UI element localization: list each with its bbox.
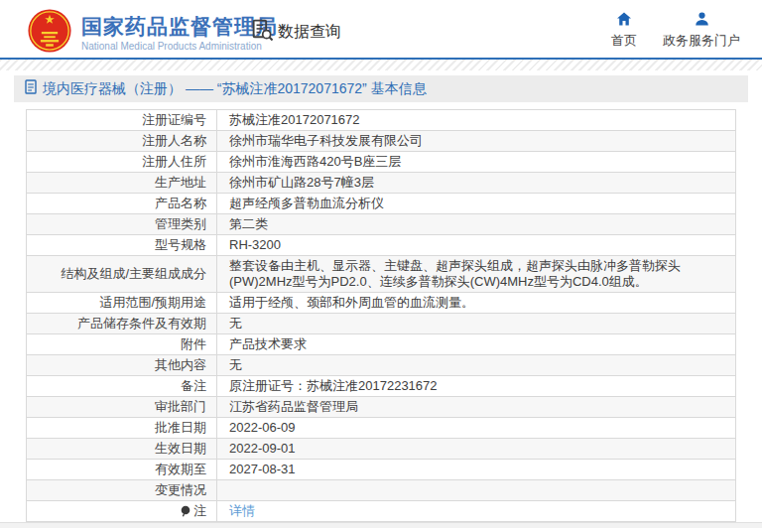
national-emblem-icon (27, 8, 72, 58)
table-row: 变更情况 (27, 480, 735, 501)
row-value: 超声经颅多普勒血流分析仪 (217, 194, 735, 213)
hatch-strip (0, 60, 762, 70)
row-value: 2022-09-01 (217, 439, 735, 459)
brand-text: 国家药品监督管理局 National Medical Products Admi… (81, 15, 278, 52)
row-value: 2022-06-09 (217, 418, 735, 438)
table-row: 型号规格RH-3200 (27, 235, 735, 256)
table-row: 适用范围/预期用途适用于经颅、颈部和外周血管的血流测量。 (27, 293, 735, 314)
table-row-note: 注 详情 (27, 501, 735, 521)
row-value: 产品技术要求 (217, 334, 735, 354)
row-value: 第二类 (217, 214, 735, 234)
row-label: 生产地址 (27, 173, 217, 193)
details-link[interactable]: 详情 (229, 503, 255, 519)
data-query-section[interactable]: 数据查询 (251, 19, 341, 46)
nav-home-label: 首页 (611, 32, 637, 50)
page-icon (25, 79, 37, 98)
row-label: 备注 (27, 376, 217, 396)
org-name-en: National Medical Products Administration (81, 41, 278, 52)
row-label: 有效期至 (27, 460, 217, 479)
document-search-icon (251, 19, 274, 46)
row-value: 无 (217, 314, 735, 333)
header: 国家药品监督管理局 National Medical Products Admi… (0, 0, 762, 58)
table-row: 生产地址徐州市矿山路28号7幢3层 (27, 173, 735, 194)
table-row: 注册人住所徐州市淮海西路420号B座三层 (27, 152, 735, 173)
user-icon (695, 12, 709, 29)
row-label: 审批部门 (27, 397, 217, 417)
nav-home[interactable]: 首页 (611, 12, 637, 50)
nmpa-brand: 国家药品监督管理局 National Medical Products Admi… (27, 8, 278, 58)
row-label: 产品储存条件及有效期 (27, 314, 217, 333)
row-label: 生效日期 (27, 439, 217, 459)
table-row: 产品名称超声经颅多普勒血流分析仪 (27, 194, 735, 214)
table-row: 附件产品技术要求 (27, 334, 735, 355)
row-label: 注册人名称 (27, 131, 217, 151)
row-label: 产品名称 (27, 194, 217, 213)
table-row: 审批部门江苏省药品监督管理局 (27, 397, 735, 418)
table-row: 生效日期2022-09-01 (27, 439, 735, 460)
row-label: 管理类别 (27, 214, 217, 234)
row-label: 批准日期 (27, 418, 217, 438)
row-value: 无 (217, 355, 735, 375)
row-label: 附件 (27, 334, 217, 354)
table-row: 其他内容无 (27, 355, 735, 376)
table-row: 产品储存条件及有效期无 (27, 314, 735, 334)
row-value: 详情 (217, 501, 735, 521)
row-label: 注册证编号 (27, 110, 217, 130)
data-query-label: 数据查询 (278, 22, 341, 43)
row-value: 江苏省药品监督管理局 (217, 397, 735, 417)
top-navigation: 首页 政务服务门户 (611, 12, 740, 50)
table-row: 批准日期2022-06-09 (27, 418, 735, 439)
page-title: 境内医疗器械（注册） —— “苏械注准20172071672” 基本信息 (43, 80, 427, 98)
nav-gov-portal[interactable]: 政务服务门户 (663, 12, 740, 50)
row-value: RH-3200 (217, 235, 735, 255)
row-value: 徐州市矿山路28号7幢3层 (217, 173, 735, 193)
row-value: 适用于经颅、颈部和外周血管的血流测量。 (217, 293, 735, 313)
row-value: 徐州市瑞华电子科技发展有限公司 (217, 131, 735, 151)
org-name-cn: 国家药品监督管理局 (81, 15, 278, 39)
row-label: 变更情况 (27, 480, 217, 500)
row-value: 整套设备由主机、显示器、主键盘、超声探头组成，超声探头由脉冲多普勒探头(PW)2… (217, 256, 735, 292)
row-label: 注册人住所 (27, 152, 217, 172)
row-label: 注 (27, 501, 217, 521)
row-value: 2027-08-31 (217, 460, 735, 479)
row-value: 原注册证号：苏械注准20172231672 (217, 376, 735, 396)
row-label: 结构及组成/主要组成成分 (27, 256, 217, 292)
note-balloon-icon (181, 505, 190, 517)
row-value: 徐州市淮海西路420号B座三层 (217, 152, 735, 172)
table-row: 有效期至2027-08-31 (27, 460, 735, 480)
table-row: 管理类别第二类 (27, 214, 735, 235)
table-row-structure: 结构及组成/主要组成成分整套设备由主机、显示器、主键盘、超声探头组成，超声探头由… (27, 256, 735, 293)
home-icon (616, 12, 632, 29)
row-value (217, 480, 735, 500)
registration-info-table: 注册证编号苏械注准20172071672 注册人名称徐州市瑞华电子科技发展有限公… (26, 109, 736, 522)
row-label: 适用范围/预期用途 (27, 293, 217, 313)
nav-gov-portal-label: 政务服务门户 (663, 32, 740, 50)
footer-strip (0, 522, 762, 528)
table-row: 注册证编号苏械注准20172071672 (27, 110, 735, 131)
row-label: 其他内容 (27, 355, 217, 375)
breadcrumb: 境内医疗器械（注册） —— “苏械注准20172071672” 基本信息 (14, 75, 748, 102)
row-label: 型号规格 (27, 235, 217, 255)
table-row: 注册人名称徐州市瑞华电子科技发展有限公司 (27, 131, 735, 152)
table-row: 备注原注册证号：苏械注准20172231672 (27, 376, 735, 397)
row-label-text: 注 (193, 503, 206, 519)
row-value: 苏械注准20172071672 (217, 110, 735, 130)
